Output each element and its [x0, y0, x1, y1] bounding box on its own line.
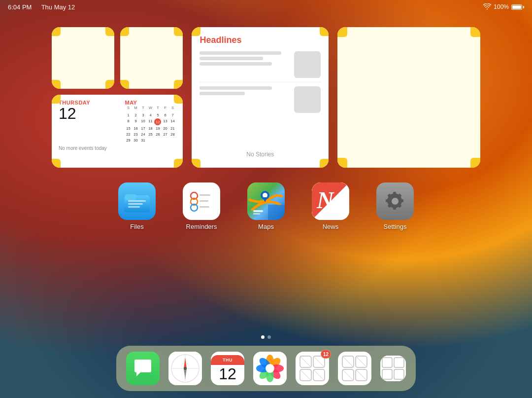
files-label: Files	[130, 223, 143, 230]
cal-dock-num: 12	[219, 366, 236, 382]
svg-point-32	[184, 367, 187, 370]
svg-rect-14	[268, 205, 285, 220]
cal-dock-header: THU	[211, 355, 244, 365]
grid-app-2-icon[interactable]	[338, 352, 371, 385]
reminders-app[interactable]: Reminders	[183, 182, 220, 230]
news-widget-title: Headlines	[200, 35, 321, 45]
news-label: News	[323, 223, 339, 230]
news-no-stories: No Stories	[192, 151, 329, 158]
news-app[interactable]: N News	[312, 182, 349, 230]
page-dots	[0, 335, 532, 339]
svg-point-24	[392, 198, 399, 205]
svg-rect-18	[253, 210, 263, 212]
status-right: 100%	[483, 3, 524, 11]
cal-date-num: 12	[59, 106, 90, 121]
page-dot-1[interactable]	[261, 335, 265, 339]
svg-text:N: N	[316, 187, 335, 213]
news-title-H: H	[200, 35, 206, 45]
svg-point-41	[266, 364, 274, 373]
reminders-label: Reminders	[186, 223, 217, 230]
battery-percent: 100%	[494, 3, 509, 10]
svg-rect-60	[380, 356, 406, 381]
maps-label: Maps	[258, 223, 274, 230]
news-widget[interactable]: Headlines No Stories	[192, 27, 329, 168]
reminders-icon[interactable]	[183, 182, 220, 220]
safari-dock-icon[interactable]	[168, 352, 202, 385]
date-display: Thu May 12	[41, 3, 75, 11]
files-icon[interactable]	[118, 182, 156, 220]
maps-icon[interactable]	[247, 182, 285, 220]
settings-icon[interactable]	[376, 182, 414, 220]
status-left: 6:04 PM Thu May 12	[8, 3, 75, 11]
svg-rect-10	[200, 200, 208, 202]
cal-grid: SMTWTFS 1234567 891011121314 1516171819	[125, 106, 176, 143]
photos-dock-icon[interactable]	[253, 352, 287, 385]
page-dot-2[interactable]	[267, 335, 271, 339]
apps-row: Files Reminders	[0, 182, 532, 230]
calendar-widget[interactable]: THURSDAY 12 MAY SMTWTFS 1234567	[52, 95, 183, 168]
svg-point-16	[263, 193, 267, 198]
news-icon[interactable]: N	[312, 182, 349, 220]
note-widget-1[interactable]	[52, 27, 114, 89]
messages-dock-icon[interactable]	[126, 352, 160, 385]
maps-app[interactable]: Maps	[247, 182, 285, 230]
svg-rect-8	[200, 194, 210, 196]
files-app[interactable]: Files	[118, 182, 156, 230]
notes-widget-group[interactable]: THURSDAY 12 MAY SMTWTFS 1234567	[52, 27, 183, 168]
wifi-icon	[483, 3, 491, 11]
settings-app[interactable]: Settings	[376, 182, 414, 230]
dock: THU 12	[116, 346, 416, 391]
svg-rect-5	[128, 206, 140, 208]
status-bar: 6:04 PM Thu May 12 100%	[0, 0, 532, 14]
battery-icon	[511, 4, 524, 10]
large-note-widget[interactable]	[337, 27, 480, 168]
news-story-1	[200, 51, 321, 78]
grid-app-3-icon[interactable]	[380, 356, 406, 381]
news-thumb-1	[294, 51, 321, 78]
note-widget-2[interactable]	[120, 27, 183, 89]
settings-label: Settings	[384, 223, 407, 230]
news-story-2	[200, 86, 321, 113]
badge-12: 12	[321, 350, 331, 359]
svg-rect-4	[128, 203, 143, 205]
calendar-dock-icon[interactable]: THU 12	[211, 352, 244, 385]
news-thumb-2	[294, 86, 321, 113]
svg-rect-3	[128, 200, 146, 202]
time-display: 6:04 PM	[8, 3, 32, 11]
svg-rect-12	[200, 206, 209, 208]
cal-no-events: No more events today	[59, 145, 176, 151]
cal-month: MAY	[125, 100, 176, 106]
widgets-area: THURSDAY 12 MAY SMTWTFS 1234567	[52, 27, 480, 168]
svg-rect-2	[125, 194, 136, 200]
svg-rect-19	[253, 213, 260, 215]
grid-app-1-wrapper: 12	[296, 352, 329, 385]
